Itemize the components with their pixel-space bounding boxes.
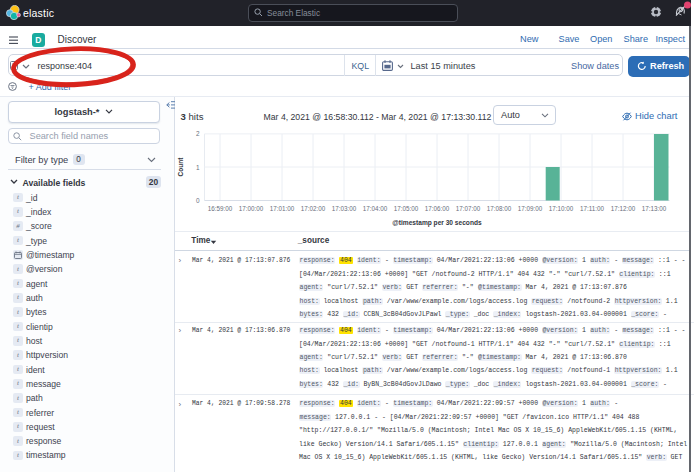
svg-text:17:08:00: 17:08:00 <box>487 205 512 212</box>
svg-text:17:13:00: 17:13:00 <box>642 205 667 212</box>
svg-text:17:00:00: 17:00:00 <box>239 205 264 212</box>
svg-text:17:03:00: 17:03:00 <box>332 205 357 212</box>
svg-text:17:10:00: 17:10:00 <box>549 205 574 212</box>
svg-text:16:59:00: 16:59:00 <box>208 205 233 212</box>
svg-text:17:11:00: 17:11:00 <box>580 205 605 212</box>
svg-text:17:01:00: 17:01:00 <box>270 205 295 212</box>
svg-text:17:06:00: 17:06:00 <box>425 205 450 212</box>
svg-text:17:09:00: 17:09:00 <box>518 205 543 212</box>
svg-text:17:12:00: 17:12:00 <box>611 205 636 212</box>
svg-text:2: 2 <box>196 130 200 137</box>
svg-text:17:02:00: 17:02:00 <box>301 205 326 212</box>
svg-text:17:04:00: 17:04:00 <box>363 205 388 212</box>
svg-text:@timestamp per 30 seconds: @timestamp per 30 seconds <box>392 219 482 227</box>
svg-text:1: 1 <box>196 164 200 171</box>
svg-text:Count: Count <box>177 157 184 177</box>
svg-text:17:05:00: 17:05:00 <box>394 205 419 212</box>
svg-text:17:07:00: 17:07:00 <box>456 205 481 212</box>
svg-text:0: 0 <box>196 197 200 204</box>
